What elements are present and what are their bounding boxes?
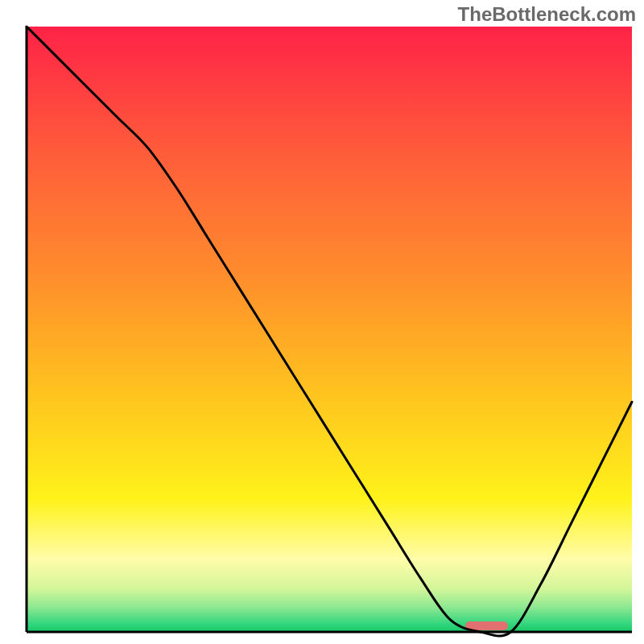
chart-root: TheBottleneck.com <box>0 0 644 644</box>
watermark: TheBottleneck.com <box>458 3 636 26</box>
chart-svg <box>0 0 644 644</box>
